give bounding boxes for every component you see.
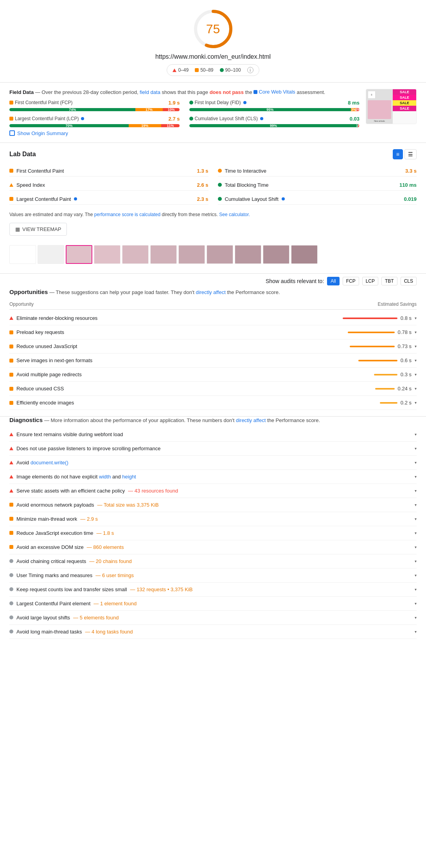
info-icon[interactable]: i bbox=[247, 67, 253, 73]
filmstrip-frame-10 bbox=[263, 245, 289, 264]
opp-item-7[interactable]: Efficiently encode images 0.2 s ▾ bbox=[9, 396, 417, 410]
diag-chevron-11: ▾ bbox=[415, 573, 417, 577]
diag-item-15[interactable]: Avoid long main-thread tasks — 4 long ta… bbox=[9, 625, 417, 639]
diag-affect-link[interactable]: directly affect bbox=[236, 417, 266, 423]
chevron-1: ▾ bbox=[415, 316, 417, 320]
opp-item-3[interactable]: Reduce unused JavaScript 0.73 s ▾ bbox=[9, 339, 417, 354]
legend-pass-icon bbox=[220, 68, 224, 72]
width-link[interactable]: width bbox=[99, 474, 111, 480]
opp-item-4[interactable]: Serve images in next-gen formats 0.6 s ▾ bbox=[9, 354, 417, 368]
lab-metrics-grid: First Contentful Paint 1.3 s Time to Int… bbox=[9, 166, 417, 205]
fcp-bar-green: 74% bbox=[9, 108, 135, 111]
lcp-value: 2.7 s bbox=[169, 116, 180, 122]
treemap-icon: ▦ bbox=[15, 226, 20, 232]
diag-icon-4 bbox=[9, 475, 13, 478]
cls-bar-red: 1% bbox=[358, 124, 359, 127]
show-origin-button[interactable]: Show Origin Summary bbox=[9, 130, 359, 136]
lab-tti-icon bbox=[218, 169, 222, 173]
show-origin-label: Show Origin Summary bbox=[17, 130, 68, 136]
opp-bar-1 bbox=[343, 318, 397, 319]
fcp-bar: 74% 17% 10% bbox=[9, 108, 180, 111]
calculator-link[interactable]: See calculator. bbox=[219, 212, 250, 217]
diag-item-8[interactable]: Reduce JavaScript execution time — 1.8 s… bbox=[9, 526, 417, 540]
filter-all[interactable]: All bbox=[327, 277, 339, 285]
opp-item-1[interactable]: Eliminate render-blocking resources 0.8 … bbox=[9, 311, 417, 325]
diag-chevron-6: ▾ bbox=[415, 503, 417, 507]
diag-item-14[interactable]: Avoid large layout shifts — 5 elements f… bbox=[9, 611, 417, 625]
cwv-link[interactable]: Core Web Vitals bbox=[259, 89, 295, 95]
opp-item-6[interactable]: Reduce unused CSS 0.24 s ▾ bbox=[9, 382, 417, 396]
diag-item-4[interactable]: Image elements do not have explicit widt… bbox=[9, 470, 417, 484]
toggle-list[interactable]: ☰ bbox=[404, 149, 417, 159]
opp-name-2: Preload key requests bbox=[16, 329, 64, 335]
opp-item-5[interactable]: Avoid multiple page redirects 0.3 s ▾ bbox=[9, 368, 417, 382]
diag-name-4: Image elements do not have explicit widt… bbox=[16, 474, 136, 480]
fid-bar-green: 95% bbox=[189, 108, 351, 111]
cls-bar: 99% 1% bbox=[189, 124, 360, 127]
page-thumbnail: ≡ New arrivals SALE SALE SALE SALE bbox=[366, 89, 417, 124]
diag-detail-5: — 43 resources found bbox=[128, 488, 178, 494]
directly-affect-link[interactable]: directly affect bbox=[196, 289, 225, 295]
diag-item-3[interactable]: Avoid document.write() ▾ bbox=[9, 456, 417, 470]
lab-tbt-metric: Total Blocking Time 110 ms bbox=[218, 180, 417, 191]
filter-tbt[interactable]: TBT bbox=[381, 277, 397, 285]
field-data-subtitle: — Over the previous 28-day collection pe… bbox=[35, 89, 140, 95]
opp-bar-4 bbox=[358, 360, 397, 361]
toggle-bar-chart[interactable]: ≡ bbox=[393, 149, 403, 159]
legend-fail: 0–49 bbox=[173, 67, 189, 73]
diag-item-13[interactable]: Largest Contentful Paint element — 1 ele… bbox=[9, 597, 417, 611]
show-origin-checkbox[interactable] bbox=[9, 130, 15, 136]
diag-detail-8: — 1.8 s bbox=[97, 530, 114, 536]
height-link[interactable]: height bbox=[122, 474, 136, 480]
legend-pass-label: 90–100 bbox=[225, 67, 241, 73]
opp-col-name: Opportunity bbox=[9, 301, 34, 307]
lcp-metric: Largest Contentful Paint (LCP) 2.7 s 70%… bbox=[9, 116, 180, 127]
diag-item-10[interactable]: Avoid chaining critical requests — 20 ch… bbox=[9, 554, 417, 568]
diag-item-2[interactable]: Does not use passive listeners to improv… bbox=[9, 442, 417, 456]
opp-bar-2 bbox=[348, 332, 395, 333]
diag-item-5[interactable]: Serve static assets with an efficient ca… bbox=[9, 484, 417, 498]
field-data-heading: Field Data bbox=[9, 89, 34, 95]
doc-write-link[interactable]: document.write() bbox=[31, 460, 68, 466]
score-value: 75 bbox=[206, 22, 220, 36]
diag-icon-3 bbox=[9, 461, 13, 464]
treemap-label: VIEW TREEMAP bbox=[22, 226, 61, 232]
diag-item-7[interactable]: Minimize main-thread work — 2.9 s ▾ bbox=[9, 512, 417, 526]
diag-item-6[interactable]: Avoid enormous network payloads — Total … bbox=[9, 498, 417, 512]
opp-bar-5 bbox=[374, 374, 397, 375]
opp-name-6: Reduce unused CSS bbox=[16, 386, 64, 392]
diag-name-14: Avoid large layout shifts bbox=[16, 615, 70, 621]
diag-name-11: User Timing marks and measures bbox=[16, 572, 92, 578]
perf-score-link[interactable]: performance score is calculated bbox=[94, 212, 160, 217]
filmstrip-frame-7 bbox=[178, 245, 205, 264]
treemap-button[interactable]: ▦ VIEW TREEMAP bbox=[9, 223, 67, 236]
lcp-name: Largest Contentful Paint (LCP) bbox=[9, 116, 84, 121]
diag-name-10: Avoid chaining critical requests bbox=[16, 558, 86, 564]
diag-icon-7 bbox=[9, 517, 13, 521]
legend-average-icon bbox=[195, 68, 199, 72]
field-data-link[interactable]: field data bbox=[140, 89, 160, 95]
diag-name-8: Reduce JavaScript execution time bbox=[16, 530, 93, 536]
diag-chevron-14: ▾ bbox=[415, 615, 417, 620]
diag-item-11[interactable]: User Timing marks and measures — 6 user … bbox=[9, 568, 417, 583]
diag-item-12[interactable]: Keep request counts low and transfer siz… bbox=[9, 583, 417, 597]
diag-item-1[interactable]: Ensure text remains visible during webfo… bbox=[9, 428, 417, 442]
opp-header: Opportunity Estimated Savings bbox=[9, 299, 417, 310]
opp-savings-5: 0.3 s bbox=[401, 372, 412, 377]
lab-tbt-value: 110 ms bbox=[399, 182, 417, 188]
opp-item-2[interactable]: Preload key requests 0.78 s ▾ bbox=[9, 325, 417, 339]
filter-fcp[interactable]: FCP bbox=[343, 277, 359, 285]
diag-item-9[interactable]: Avoid an excessive DOM size — 860 elemen… bbox=[9, 540, 417, 554]
lab-si-name: Speed Index bbox=[16, 182, 45, 188]
diag-chevron-3: ▾ bbox=[415, 460, 417, 465]
diag-icon-1 bbox=[9, 433, 13, 436]
filter-cls[interactable]: CLS bbox=[401, 277, 417, 285]
audit-filters: Show audits relevant to: All FCP LCP TBT… bbox=[0, 274, 426, 289]
diag-detail-6: — Total size was 3,375 KiB bbox=[97, 502, 159, 508]
filmstrip-frame-6 bbox=[150, 245, 177, 264]
opportunities-title: Opportunities bbox=[9, 289, 48, 295]
opp-savings-1: 0.8 s bbox=[401, 315, 412, 321]
filter-lcp[interactable]: LCP bbox=[362, 277, 378, 285]
cls-icon bbox=[189, 117, 193, 121]
cls-metric: Cumulative Layout Shift (CLS) 0.03 99% 1… bbox=[189, 116, 360, 127]
